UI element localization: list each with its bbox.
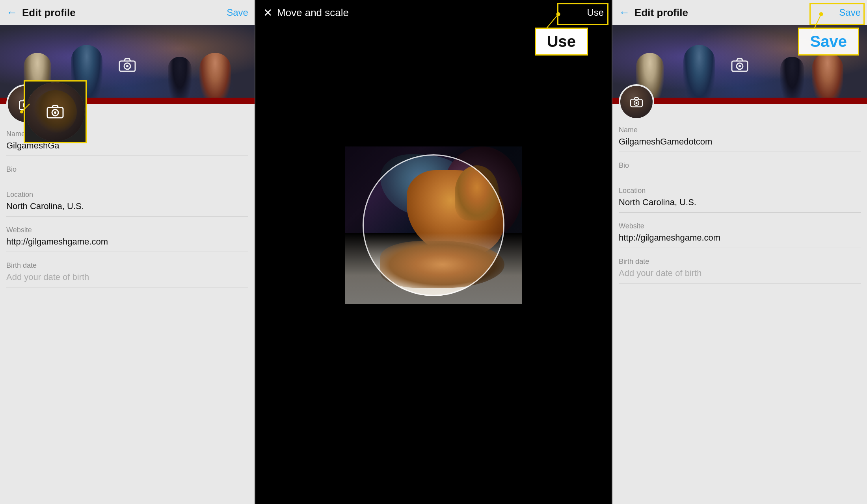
right-label-birthdate: Birth date bbox=[619, 258, 861, 266]
right-label-bio: Bio bbox=[619, 161, 861, 170]
middle-header: ✕ Move and scale Use bbox=[255, 0, 612, 25]
right-label-name: Name bbox=[619, 126, 861, 134]
banner-camera-icon[interactable] bbox=[117, 55, 137, 74]
cat-photo-background bbox=[345, 146, 522, 304]
middle-header-left: ✕ Move and scale bbox=[263, 6, 349, 19]
avatar-magnified-bubble bbox=[24, 80, 87, 143]
right-avatar-camera-overlay bbox=[620, 86, 653, 118]
save-button-left[interactable]: Save bbox=[227, 7, 248, 18]
left-profile-fields: Name GilgameshGa Bio Location North Caro… bbox=[0, 130, 255, 504]
right-value-location: North Carolina, U.S. bbox=[619, 197, 861, 208]
right-field-bio[interactable]: Bio bbox=[619, 161, 861, 177]
right-profile-fields: Name GilgameshGamedotcom Bio Location No… bbox=[612, 126, 867, 504]
right-camera-icon bbox=[630, 96, 643, 107]
right-value-name: GilgameshGamedotcom bbox=[619, 137, 861, 147]
right-field-name[interactable]: Name GilgameshGamedotcom bbox=[619, 126, 861, 152]
photo-editor-bottom bbox=[255, 425, 612, 504]
right-placeholder-birthdate: Add your date of birth bbox=[619, 268, 861, 278]
right-header-left-group: ← Edit profile bbox=[619, 6, 688, 19]
right-label-website: Website bbox=[619, 222, 861, 230]
header-left-group: ← Edit profile bbox=[6, 6, 76, 19]
left-header: ← Edit profile Save bbox=[0, 0, 255, 25]
right-value-website: http://gilgameshgame.com bbox=[619, 233, 861, 243]
back-button-right[interactable]: ← bbox=[619, 6, 630, 19]
close-button[interactable]: ✕ bbox=[263, 6, 272, 19]
left-page-title: Edit profile bbox=[22, 7, 76, 19]
left-label-birthdate: Birth date bbox=[6, 261, 248, 270]
right-panel: ← Edit profile Save Save bbox=[612, 0, 867, 504]
move-scale-title: Move and scale bbox=[277, 7, 349, 19]
right-avatar-button[interactable] bbox=[619, 84, 654, 120]
back-button-left[interactable]: ← bbox=[6, 6, 17, 19]
left-value-website: http://gilgameshgame.com bbox=[6, 237, 248, 247]
left-label-location: Location bbox=[6, 191, 248, 199]
left-field-birthdate[interactable]: Birth date Add your date of birth bbox=[6, 261, 248, 287]
right-page-title: Edit profile bbox=[634, 7, 688, 19]
left-panel: ← Edit profile Save bbox=[0, 0, 255, 504]
right-label-location: Location bbox=[619, 187, 861, 195]
left-field-location[interactable]: Location North Carolina, U.S. bbox=[6, 191, 248, 217]
right-field-birthdate[interactable]: Birth date Add your date of birth bbox=[619, 258, 861, 284]
left-label-website: Website bbox=[6, 226, 248, 234]
camera-icon-bubble bbox=[47, 104, 64, 119]
avatar-bubble-circle bbox=[26, 82, 85, 141]
cat-head bbox=[455, 165, 499, 220]
right-banner-camera-icon[interactable] bbox=[730, 55, 750, 74]
left-placeholder-birthdate: Add your date of birth bbox=[6, 272, 248, 282]
left-field-bio[interactable]: Bio bbox=[6, 165, 248, 181]
left-field-website[interactable]: Website http://gilgameshgame.com bbox=[6, 226, 248, 252]
left-avatar-section bbox=[0, 84, 255, 124]
left-label-bio: Bio bbox=[6, 165, 248, 174]
right-field-website[interactable]: Website http://gilgameshgame.com bbox=[619, 222, 861, 248]
avatar-bubble-overlay bbox=[26, 82, 85, 141]
left-value-location: North Carolina, U.S. bbox=[6, 201, 248, 211]
app-root: ← Edit profile Save bbox=[0, 0, 867, 504]
photo-editor-area[interactable] bbox=[255, 25, 612, 425]
cat-lower-body bbox=[380, 241, 504, 288]
save-button-right[interactable]: Save bbox=[839, 7, 861, 18]
photo-canvas[interactable] bbox=[345, 146, 522, 304]
right-header: ← Edit profile Save bbox=[612, 0, 867, 25]
use-button[interactable]: Use bbox=[587, 7, 604, 18]
right-avatar-section bbox=[612, 84, 867, 120]
middle-panel: ✕ Move and scale Use Use bbox=[255, 0, 612, 504]
right-field-location[interactable]: Location North Carolina, U.S. bbox=[619, 187, 861, 213]
